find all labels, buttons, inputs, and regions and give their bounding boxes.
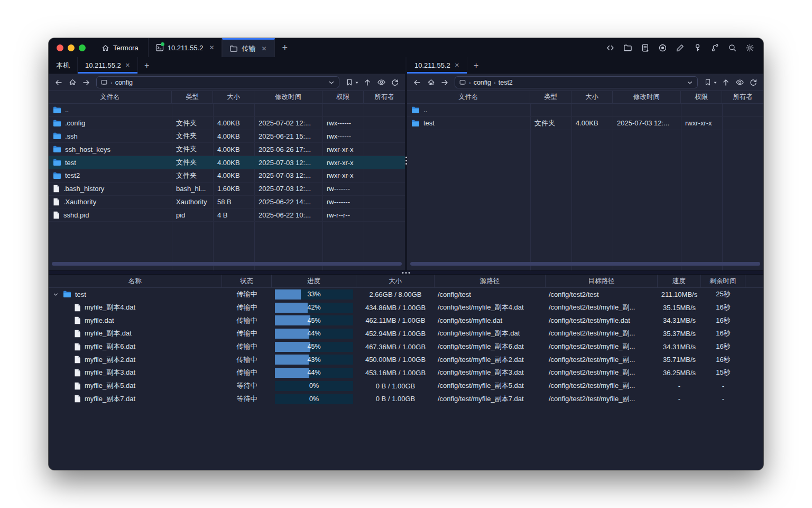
chevron-down-icon[interactable] xyxy=(686,79,694,86)
transfer-row[interactable]: myfile.dat传输中45%462.11MB / 1.00GB/config… xyxy=(49,314,763,327)
transfer-row[interactable]: myfile_副本3.dat传输中44%453.16MB / 1.00GB/co… xyxy=(49,366,763,379)
column-header-perm[interactable]: 权限 xyxy=(322,91,364,103)
column-header-speed[interactable]: 速度 xyxy=(658,275,701,287)
column-header-size[interactable]: 大小 xyxy=(571,91,613,103)
tab-transfer[interactable]: 传输 ✕ xyxy=(222,38,274,57)
file-row[interactable]: test文件夹4.00KB2025-07-03 12:...rwxr-xr-x xyxy=(49,156,405,169)
column-header-type[interactable]: 类型 xyxy=(530,91,571,103)
file-row[interactable]: .XauthorityXauthority58 B2025-06-22 14:.… xyxy=(49,196,405,209)
app-home-tab[interactable]: Termora xyxy=(94,38,148,57)
path-segment[interactable]: test2 xyxy=(499,79,513,86)
close-window-button[interactable] xyxy=(57,44,63,51)
column-header-owner[interactable]: 所有者 xyxy=(364,91,405,103)
transfer-name: myfile_副本6.dat xyxy=(85,342,135,351)
refresh-icon[interactable] xyxy=(389,77,401,88)
column-header-size[interactable]: 大小 xyxy=(213,91,254,103)
transfer-row[interactable]: myfile_副本2.dat传输中43%450.00MB / 1.00GB/co… xyxy=(49,353,763,366)
forward-button[interactable] xyxy=(439,77,450,88)
settings-icon[interactable] xyxy=(743,41,756,54)
transfer-row[interactable]: myfile_副本5.dat等待中0%0 B / 1.00GB/config/t… xyxy=(49,379,763,393)
keychain-icon[interactable] xyxy=(708,41,721,54)
bookmark-dropdown-icon[interactable] xyxy=(354,80,359,85)
transfer-row[interactable]: myfile_副本6.dat传输中45%467.36MB / 1.00GB/co… xyxy=(49,340,763,353)
left-toolbar: › config xyxy=(49,74,405,90)
key-icon[interactable] xyxy=(691,41,704,54)
home-button[interactable] xyxy=(425,77,437,88)
forward-button[interactable] xyxy=(80,77,92,88)
path-segment[interactable]: config xyxy=(474,79,491,86)
new-panel-tab-button[interactable]: + xyxy=(467,57,485,74)
column-header-type[interactable]: 类型 xyxy=(172,91,213,103)
back-button[interactable] xyxy=(411,77,423,88)
close-panel-tab-icon[interactable]: ✕ xyxy=(125,62,130,69)
path-input[interactable]: › config › test2 xyxy=(455,76,698,88)
expand-chevron-icon[interactable] xyxy=(52,292,59,297)
refresh-icon[interactable] xyxy=(748,77,759,88)
chevron-down-icon[interactable] xyxy=(328,79,335,86)
column-header-mtime[interactable]: 修改时间 xyxy=(254,91,322,103)
bookmark-icon[interactable] xyxy=(703,77,713,88)
code-icon[interactable] xyxy=(604,41,616,54)
column-header-status[interactable]: 状态 xyxy=(222,275,272,287)
column-header-name[interactable]: 名称 xyxy=(49,275,222,287)
column-header-source[interactable]: 源路径 xyxy=(435,275,546,287)
horizontal-scrollbar[interactable] xyxy=(410,262,760,266)
show-hidden-files-icon[interactable] xyxy=(375,77,387,88)
minimize-window-button[interactable] xyxy=(68,44,75,51)
file-type xyxy=(172,104,213,116)
panel-tab-session[interactable]: 10.211.55.2 ✕ xyxy=(407,57,467,74)
close-tab-icon[interactable]: ✕ xyxy=(259,44,269,53)
close-panel-tab-icon[interactable]: ✕ xyxy=(455,62,459,69)
transfer-eta: 15秒 xyxy=(701,368,745,377)
column-header-filename[interactable]: 文件名 xyxy=(49,91,172,103)
path-segment[interactable]: config xyxy=(115,79,133,86)
home-button[interactable] xyxy=(67,77,78,88)
file-row[interactable]: .. xyxy=(407,104,763,117)
show-hidden-files-icon[interactable] xyxy=(734,77,745,88)
file-row[interactable]: .bash_historybash_hi...1.60KB2025-07-03 … xyxy=(49,183,405,196)
column-header-target[interactable]: 目标路径 xyxy=(546,275,658,287)
panel-tab-session[interactable]: 10.211.55.2 ✕ xyxy=(78,57,138,74)
tab-session[interactable]: 10.211.55.2 ✕ xyxy=(148,38,223,57)
transfer-row[interactable]: myfile_副本7.dat等待中0%0 B / 1.00GB/config/t… xyxy=(49,393,763,406)
file-row[interactable]: sshd.pidpid4 B2025-06-22 10:...rw-r--r-- xyxy=(49,208,405,222)
file-row[interactable]: .. xyxy=(49,104,405,117)
upload-icon[interactable] xyxy=(720,77,732,88)
titlebar: Termora 10.211.55.2 ✕ 传输 ✕ + xyxy=(49,38,763,57)
new-panel-tab-button[interactable]: + xyxy=(138,57,155,74)
back-button[interactable] xyxy=(53,77,64,88)
edit-icon[interactable] xyxy=(673,41,686,54)
folder-icon xyxy=(53,146,61,153)
transfer-row[interactable]: test传输中33%2.66GB / 8.00GB/config/test/co… xyxy=(49,288,763,301)
file-row[interactable]: ssh_host_keys文件夹4.00KB2025-06-26 17:...r… xyxy=(49,143,405,156)
transfer-status: 等待中 xyxy=(222,394,272,404)
column-header-progress[interactable]: 进度 xyxy=(272,275,356,287)
transfer-splitter[interactable] xyxy=(49,270,763,275)
panel-tab-local[interactable]: 本机 xyxy=(49,57,78,74)
transfer-row[interactable]: myfile_副本4.dat传输中42%434.86MB / 1.00GB/co… xyxy=(49,301,763,314)
column-header-eta[interactable]: 剩余时间 xyxy=(701,275,745,287)
column-header-perm[interactable]: 权限 xyxy=(681,91,722,103)
horizontal-scrollbar[interactable] xyxy=(52,262,402,266)
close-tab-icon[interactable]: ✕ xyxy=(207,43,216,52)
file-mtime: 2025-07-03 12:... xyxy=(254,156,322,169)
new-tab-button[interactable]: + xyxy=(275,38,296,57)
file-row[interactable]: .ssh文件夹4.00KB2025-06-21 15:...rwx------ xyxy=(49,130,405,143)
folder-icon[interactable] xyxy=(621,41,634,54)
file-row[interactable]: test2文件夹4.00KB2025-07-03 12:...rwxr-xr-x xyxy=(49,169,405,183)
log-icon[interactable] xyxy=(639,41,651,54)
column-header-filename[interactable]: 文件名 xyxy=(407,91,530,103)
zoom-window-button[interactable] xyxy=(79,44,86,51)
column-header-size[interactable]: 大小 xyxy=(356,275,435,287)
search-icon[interactable] xyxy=(726,41,739,54)
path-input[interactable]: › config xyxy=(96,76,339,88)
transfer-row[interactable]: myfile_副本.dat传输中44%452.94MB / 1.00GB/con… xyxy=(49,327,763,340)
file-row[interactable]: test文件夹4.00KB2025-07-03 12:...rwxr-xr-x xyxy=(407,117,763,130)
bookmark-dropdown-icon[interactable] xyxy=(713,80,718,85)
bookmark-icon[interactable] xyxy=(345,77,354,88)
upload-icon[interactable] xyxy=(362,77,373,88)
column-header-mtime[interactable]: 修改时间 xyxy=(613,91,681,103)
file-row[interactable]: .config文件夹4.00KB2025-07-02 12:...rwx----… xyxy=(49,117,405,130)
macro-record-icon[interactable] xyxy=(656,41,669,54)
column-header-owner[interactable]: 所有者 xyxy=(722,91,763,103)
